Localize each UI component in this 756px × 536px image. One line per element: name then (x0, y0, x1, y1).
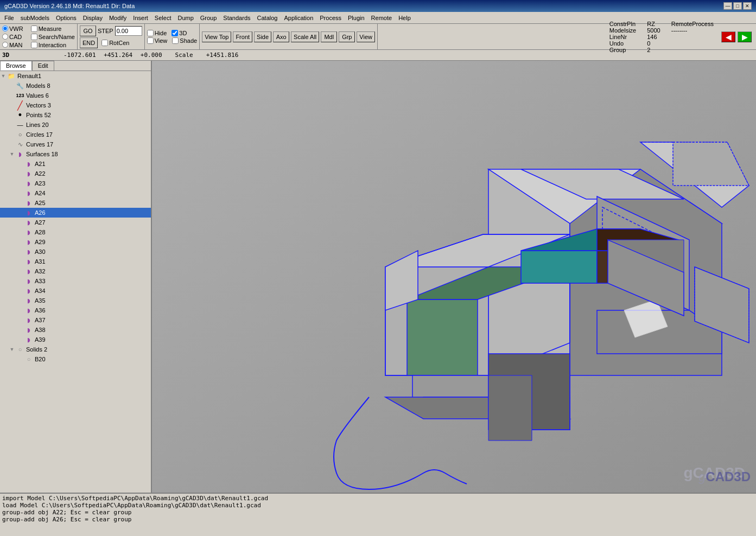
info-panel-right: ConstrPln Modelsize LineNr Undo Group RZ… (606, 24, 717, 49)
menu-item-group[interactable]: Group (197, 14, 220, 22)
expand-icon[interactable]: ▼ (9, 347, 15, 352)
back-arrow-button[interactable]: ◀ (721, 31, 735, 42)
tree-item-models8[interactable]: 🔧Models 8 (0, 81, 151, 91)
tree-item-a21[interactable]: ◗A21 (0, 159, 151, 169)
menu-item-plugin[interactable]: Plugin (345, 14, 368, 22)
close-button[interactable]: ✕ (743, 2, 752, 10)
search-checkbox[interactable] (31, 34, 37, 40)
menu-item-catalog[interactable]: Catalog (254, 14, 281, 22)
menu-item-select[interactable]: Select (151, 14, 175, 22)
mode-label: 3D (2, 52, 16, 59)
tree-item-a28[interactable]: ◗A28 (0, 227, 151, 237)
tree-item-circles17[interactable]: ○Circles 17 (0, 130, 151, 139)
menu-item-standards[interactable]: Standards (220, 14, 253, 22)
menu-item-application[interactable]: Application (281, 14, 316, 22)
expand-icon[interactable]: ▼ (0, 73, 7, 79)
tree-item-a24[interactable]: ◗A24 (0, 188, 151, 198)
tree-item-a30[interactable]: ◗A30 (0, 247, 151, 257)
viewport[interactable]: gCAD3D gCAD3D (152, 61, 756, 493)
grp-button[interactable]: Grp (339, 31, 355, 42)
measure-checkbox[interactable] (31, 25, 37, 32)
tree-item-a22[interactable]: ◗A22 (0, 169, 151, 178)
menu-item-submodels[interactable]: subModels (17, 14, 53, 22)
surface-icon: ◗ (24, 229, 34, 236)
rotcen-checkbox[interactable] (101, 40, 108, 46)
tree-item-curves17[interactable]: ∿Curves 17 (0, 139, 151, 149)
circles-icon: ○ (15, 131, 25, 138)
tree-label: A28 (35, 229, 46, 235)
scale-all-button[interactable]: Scale All (291, 31, 319, 42)
tree-item-a38[interactable]: ◗A38 (0, 325, 151, 335)
expand-icon[interactable]: ▼ (9, 151, 15, 157)
tree-item-surfaces18[interactable]: ▼◗Surfaces 18 (0, 149, 151, 159)
tree-item-a23[interactable]: ◗A23 (0, 178, 151, 188)
lines-icon: — (15, 122, 25, 128)
tree-label: A21 (35, 161, 46, 167)
hide-checkbox[interactable] (147, 30, 154, 36)
watermark-logo: gCAD3D (698, 469, 751, 484)
title-bar: gCAD3D Version 2.46.18 Mdl: Renault1 Dir… (0, 0, 756, 12)
man-radio[interactable] (2, 42, 8, 48)
tree-label: A22 (35, 170, 46, 177)
cad-radio[interactable] (2, 34, 8, 40)
menu-item-process[interactable]: Process (316, 14, 345, 22)
tree-item-a25[interactable]: ◗A25 (0, 198, 151, 208)
menu-item-help[interactable]: Help (395, 14, 414, 22)
tree-item-a31[interactable]: ◗A31 (0, 257, 151, 266)
axo-button[interactable]: Axo (273, 31, 289, 42)
menu-item-remote[interactable]: Remote (368, 14, 396, 22)
menu-item-options[interactable]: Options (53, 14, 80, 22)
tree-label: Renault1 (17, 73, 41, 79)
tree-item-values6[interactable]: 123Values 6 (0, 91, 151, 100)
tree-item-a37[interactable]: ◗A37 (0, 315, 151, 325)
tree-item-a39[interactable]: ◗A39 (0, 335, 151, 344)
3d-checkbox[interactable] (171, 30, 178, 36)
interaction-checkbox[interactable] (31, 42, 37, 48)
modelsize-value: 5000 (647, 27, 660, 34)
maximize-button[interactable]: □ (733, 2, 742, 10)
surface-icon: ◗ (24, 200, 34, 207)
tree-item-renault1[interactable]: ▼📁Renault1 (0, 71, 151, 81)
go-button[interactable]: GO (80, 25, 96, 36)
view-top-button[interactable]: View Top (202, 31, 231, 42)
tree-wrapper[interactable]: ▼📁Renault1 🔧Models 8 123Values 6 ╱Vector… (0, 71, 151, 493)
tree-item-a33[interactable]: ◗A33 (0, 276, 151, 286)
view-btn-2[interactable]: View (357, 31, 375, 42)
mdl-button[interactable]: Mdl (321, 31, 337, 42)
menu-item-insert[interactable]: Insert (130, 14, 151, 22)
tree-item-a26[interactable]: ◗A26 (0, 208, 151, 218)
tree-item-a32[interactable]: ◗A32 (0, 266, 151, 276)
tree-item-lines20[interactable]: —Lines 20 (0, 120, 151, 130)
tree-item-a36[interactable]: ◗A36 (0, 305, 151, 315)
tree-item-solids2[interactable]: ▼○Solids 2 (0, 344, 151, 354)
side-button[interactable]: Side (254, 31, 271, 42)
minimize-button[interactable]: — (723, 2, 732, 10)
tree-item-vectors3[interactable]: ╱Vectors 3 (0, 100, 151, 110)
shade-checkbox[interactable] (172, 37, 179, 44)
surface-icon: ◗ (24, 307, 34, 314)
menu-item-dump[interactable]: Dump (174, 14, 196, 22)
edit-tab[interactable]: Edit (32, 61, 54, 71)
step-input[interactable] (115, 26, 142, 36)
tree-item-b20[interactable]: ○B20 (0, 354, 151, 364)
menu-item-modify[interactable]: Modify (106, 14, 130, 22)
vwr-radio[interactable] (2, 25, 8, 31)
tree-item-a34[interactable]: ◗A34 (0, 286, 151, 296)
end-button[interactable]: END (80, 37, 98, 48)
menu-item-file[interactable]: File (1, 14, 17, 22)
tree-item-a27[interactable]: ◗A27 (0, 218, 151, 227)
forward-arrow-button[interactable]: ▶ (738, 31, 752, 42)
curves-icon: ∿ (15, 141, 25, 148)
browse-tab[interactable]: Browse (0, 61, 32, 71)
svg-marker-13 (407, 299, 478, 375)
tree-item-a35[interactable]: ◗A35 (0, 296, 151, 305)
log-line: load Model C:\Users\SoftpediaPC\AppData\… (2, 502, 754, 509)
tree-item-points52[interactable]: •Points 52 (0, 110, 151, 120)
view-checkbox[interactable] (147, 37, 154, 44)
tree-item-a29[interactable]: ◗A29 (0, 237, 151, 247)
front-button[interactable]: Front (233, 31, 252, 42)
x-value: -1072.601 (63, 52, 96, 59)
bottom-log[interactable]: import Model C:\Users\SoftpediaPC\AppDat… (0, 493, 756, 536)
menu-item-display[interactable]: Display (80, 14, 106, 22)
surface-icon: ◗ (24, 268, 34, 275)
